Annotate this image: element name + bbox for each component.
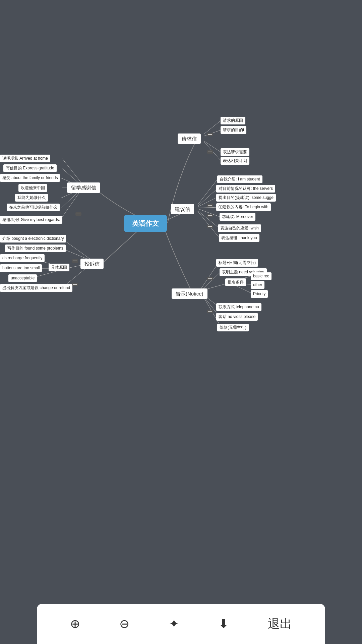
svg-line-33	[203, 296, 221, 327]
download-button[interactable]: ⬇	[219, 617, 229, 631]
node-jianyi-4: ①建议的内容: To begin with	[216, 203, 271, 211]
center-node[interactable]: 英语作文	[124, 215, 167, 232]
node-tousu-3: ds recharge frequently	[0, 254, 45, 262]
branch-liuxue[interactable]: 留学感谢信	[67, 182, 100, 193]
svg-line-11	[198, 179, 218, 205]
zoom-out-icon: ⊖	[119, 617, 129, 631]
node-qiuqiu-4: 表达相关计划	[221, 157, 249, 165]
svg-line-25	[201, 263, 219, 288]
node-gaoshi-5: 落款(无需空行)	[217, 324, 249, 331]
node-gaoshi-basic: basic rec	[251, 272, 272, 280]
branch-jianyi[interactable]: 建议信	[171, 204, 194, 214]
node-jianyi-3: 提出目的(提建议): some sugge	[216, 194, 276, 202]
toolbar: ⊕ ⊖ ✦ ⬇ 退出	[37, 604, 325, 644]
branch-qiuqiu[interactable]: 请求信	[178, 133, 201, 144]
node-liuxue-5: 我能为她做什么	[15, 194, 48, 202]
zoom-in-button[interactable]: ⊕	[70, 617, 80, 631]
svg-rect-40	[207, 204, 213, 207]
svg-rect-52	[207, 310, 213, 313]
svg-line-14	[198, 207, 218, 208]
svg-line-3	[204, 142, 221, 160]
svg-rect-34	[75, 212, 81, 216]
svg-line-10	[60, 192, 80, 221]
node-qiuqiu-1: 请求的原因	[221, 117, 245, 124]
node-jianyi-5: ②建议: Moreover	[220, 213, 255, 221]
exit-button[interactable]: 退出	[268, 616, 292, 632]
node-tousu-1: 介绍 bought a electronic dictionary	[0, 235, 66, 243]
svg-rect-48	[72, 283, 78, 286]
svg-line-0	[204, 121, 221, 134]
node-gaoshi-other: other	[251, 281, 264, 289]
node-liuxue-2: 写信目的 Express gratitude	[3, 164, 57, 172]
magic-icon: ✦	[169, 617, 179, 631]
node-gaoshi-1: 标题+日期(无需空行)	[216, 259, 258, 267]
svg-line-4	[62, 158, 82, 184]
node-gaoshi-baoming: 报名条件	[225, 278, 246, 286]
svg-line-18	[62, 239, 90, 259]
svg-line-2	[204, 141, 221, 152]
download-icon: ⬇	[219, 617, 229, 631]
node-liuxue-3: 感受 about the family or friends	[0, 174, 60, 182]
node-tousu-4: buttons are too small	[0, 264, 42, 272]
svg-rect-46	[72, 259, 78, 263]
svg-rect-50	[207, 277, 213, 280]
node-jianyi-1: 自我介绍: I am student	[217, 175, 262, 183]
node-liuxue-7: 感谢/问候 Give my best regards.	[0, 216, 62, 224]
node-qiuqiu-3: 表达请求需要	[221, 148, 249, 156]
node-liuxue-4: 欢迎他来中国	[18, 184, 47, 192]
node-liuxue-6: 在来之前他可以提前做什么	[7, 204, 60, 211]
svg-line-13	[198, 197, 217, 207]
node-tousu-juti: 具体原因	[49, 264, 69, 271]
svg-line-26	[202, 272, 221, 289]
node-tousu-2: 写作目的 found some problems	[5, 245, 66, 252]
svg-rect-36	[207, 133, 213, 136]
branch-tousu[interactable]: 投诉信	[80, 259, 104, 269]
zoom-in-icon: ⊕	[70, 617, 80, 631]
node-jianyi-7: 表达感谢: thank you	[219, 234, 259, 242]
node-gaoshi-3: 联系方式 telephone nu	[216, 303, 261, 311]
node-gaoshi-4: 套话 no vidits please	[216, 313, 258, 321]
svg-line-5	[62, 168, 80, 184]
node-tousu-6: 提出解决方案或建议 change or refund	[0, 284, 72, 292]
svg-line-1	[204, 130, 221, 136]
zoom-out-button[interactable]: ⊖	[119, 617, 129, 631]
svg-line-16	[198, 211, 220, 228]
node-qiuqiu-2: 请求的目的t	[221, 126, 246, 134]
magic-button[interactable]: ✦	[169, 617, 179, 631]
svg-rect-38	[207, 150, 213, 154]
svg-rect-42	[207, 214, 213, 217]
exit-icon: 退出	[268, 616, 292, 632]
branch-gaoshi[interactable]: 告示(Notice)	[172, 288, 207, 299]
svg-line-12	[198, 188, 218, 206]
node-tousu-5: unacceptable	[8, 274, 37, 282]
svg-line-9	[61, 191, 80, 208]
node-jianyi-2: 对目前情况的认可: the servers	[216, 185, 275, 193]
svg-rect-44	[207, 225, 213, 228]
svg-line-17	[198, 211, 220, 238]
node-liuxue-1: 说明现状 Arrived at home	[0, 155, 50, 162]
node-jianyi-6: 表达自己的愿景: wish	[218, 224, 261, 232]
node-gaoshi-priority: Priority	[251, 290, 268, 298]
